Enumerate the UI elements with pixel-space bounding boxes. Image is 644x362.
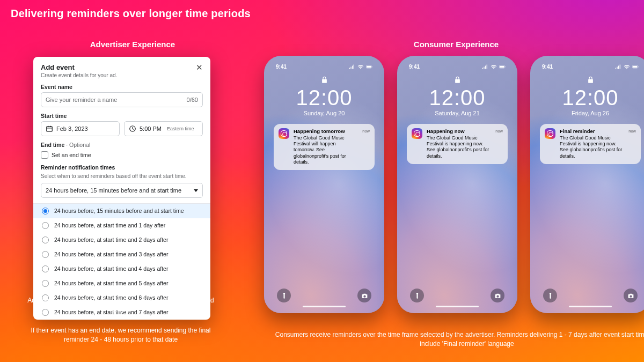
lock-clock: 12:00 — [401, 86, 513, 110]
wifi-icon — [624, 64, 630, 69]
advertiser-copy-2: If their event has an end date, we recom… — [21, 326, 220, 345]
event-name-input[interactable]: Give your reminder a name 0/60 — [41, 92, 203, 107]
notification-body: The Global Good Music Festival is happen… — [560, 135, 622, 159]
start-date-input[interactable]: Feb 3, 2023 — [41, 121, 120, 136]
phone-mockup: 9:4112:00Sunday, Aug 20Happening tomorro… — [264, 56, 384, 313]
notification-body: The Global Good Music Festival will happ… — [294, 135, 346, 165]
checkbox-icon[interactable] — [41, 151, 48, 159]
notification-body: The Global Good Music Festival is happen… — [427, 135, 489, 159]
radio-icon — [42, 251, 49, 258]
reminder-option-label: 24 hours before, at start time and 4 day… — [54, 265, 168, 272]
wifi-icon — [357, 64, 364, 69]
status-bar: 9:41 — [401, 60, 513, 72]
status-time: 9:41 — [276, 64, 287, 70]
clock-icon — [129, 125, 136, 132]
advertiser-heading: Advertiser Experience — [33, 40, 232, 49]
reminder-option-label: 24 hours before, at start time and 1 day… — [54, 222, 165, 229]
radio-icon — [42, 280, 49, 287]
event-name-counter: 0/60 — [187, 97, 198, 103]
status-time: 9:41 — [409, 64, 420, 70]
notification[interactable]: Happening nowThe Global Good Music Festi… — [407, 124, 508, 164]
notification-title: Happening now — [427, 128, 491, 135]
event-name-placeholder: Give your reminder a name — [46, 97, 117, 103]
svg-rect-10 — [505, 66, 506, 67]
svg-rect-6 — [367, 66, 371, 68]
home-indicator — [569, 306, 612, 308]
notification[interactable]: Final reminderThe Global Good Music Fest… — [540, 124, 641, 164]
start-time-label: Start time — [41, 113, 203, 119]
home-indicator — [436, 306, 479, 308]
chevron-down-icon — [194, 189, 198, 192]
calendar-icon — [46, 125, 53, 132]
reminder-select[interactable]: 24 hours before, 15 minutes before and a… — [41, 183, 203, 198]
close-icon[interactable]: ✕ — [196, 63, 203, 71]
svg-rect-7 — [372, 66, 372, 67]
lock-clock: 12:00 — [268, 86, 380, 110]
reminder-label: Reminder notification times — [41, 164, 203, 171]
page-title: Delivering reminders over longer time pe… — [11, 8, 251, 20]
consumer-heading: Consumer Experience — [268, 40, 644, 49]
notification[interactable]: Happening tomorrowThe Global Good Music … — [274, 124, 375, 170]
reminder-option[interactable]: 24 hours before, 15 minutes before and a… — [33, 204, 210, 218]
reminder-option[interactable]: 24 hours before, at start time and 5 day… — [33, 276, 210, 291]
battery-icon — [632, 64, 639, 69]
notification-time: now — [628, 129, 636, 134]
radio-icon — [42, 237, 49, 243]
reminder-select-value: 24 hours before, 15 minutes before and a… — [46, 187, 181, 194]
camera-button[interactable] — [624, 289, 638, 302]
radio-icon — [42, 265, 49, 272]
home-indicator — [303, 306, 346, 308]
lock-icon — [401, 75, 513, 85]
svg-rect-13 — [638, 66, 639, 67]
advertiser-copy-1: Advertisers select their preferred time … — [21, 296, 220, 315]
instagram-icon — [545, 128, 555, 139]
status-bar: 9:41 — [268, 60, 380, 72]
lock-date: Saturday, Aug 21 — [401, 110, 513, 116]
reminder-option-label: 24 hours before, at start time and 3 day… — [54, 251, 168, 258]
end-time-checkbox-label: Set an end time — [52, 152, 91, 158]
wifi-icon — [491, 64, 497, 69]
radio-icon — [42, 208, 49, 215]
end-time-checkbox-row[interactable]: Set an end time — [41, 151, 203, 159]
flashlight-button[interactable] — [410, 289, 424, 302]
svg-rect-12 — [633, 66, 638, 68]
reminder-option[interactable]: 24 hours before, at start time and 3 day… — [33, 247, 210, 262]
signal-icon — [349, 64, 355, 69]
start-time-value: 5:00 PM — [140, 125, 162, 132]
card-subtitle: Create event details for your ad. — [41, 72, 117, 78]
event-name-label: Event name — [41, 84, 203, 90]
consumer-phones: 9:4112:00Sunday, Aug 20Happening tomorro… — [264, 56, 644, 313]
flashlight-button[interactable] — [543, 289, 557, 302]
timezone-label: Eastern time — [167, 126, 194, 131]
status-time: 9:41 — [542, 64, 553, 70]
reminder-helper: Select when to send reminders based off … — [41, 173, 203, 180]
camera-button[interactable] — [491, 289, 504, 302]
radio-icon — [42, 222, 49, 229]
camera-button[interactable] — [357, 289, 371, 302]
svg-rect-9 — [500, 66, 504, 68]
reminder-option[interactable]: 24 hours before, at start time and 4 day… — [33, 262, 210, 276]
reminder-option[interactable]: 24 hours before, at start time and 2 day… — [33, 233, 210, 247]
start-time-input[interactable]: 5:00 PM Eastern time — [124, 121, 203, 136]
signal-icon — [482, 64, 488, 69]
start-date-value: Feb 3, 2023 — [56, 125, 88, 132]
consumer-copy: Consumers receive reminders over the tim… — [268, 330, 644, 349]
lock-date: Sunday, Aug 20 — [268, 110, 380, 116]
lock-clock: 12:00 — [535, 86, 644, 110]
flashlight-button[interactable] — [277, 289, 291, 302]
end-time-label: End time · Optional — [41, 142, 203, 148]
signal-icon — [615, 64, 621, 69]
notification-time: now — [495, 129, 503, 134]
notification-title: Final reminder — [560, 128, 624, 135]
card-title: Add event — [41, 63, 117, 71]
phone-mockup: 9:4112:00Saturday, Aug 21Happening nowTh… — [397, 56, 517, 313]
instagram-icon — [279, 128, 289, 139]
lock-icon — [535, 75, 644, 85]
battery-icon — [366, 64, 372, 69]
reminder-option[interactable]: 24 hours before, at start time and 1 day… — [33, 218, 210, 233]
reminder-option-label: 24 hours before, at start time and 2 day… — [54, 237, 168, 243]
svg-rect-0 — [47, 127, 53, 131]
notification-title: Happening tomorrow — [294, 128, 358, 135]
reminder-option-label: 24 hours before, 15 minutes before and a… — [54, 208, 184, 215]
battery-icon — [499, 64, 506, 69]
